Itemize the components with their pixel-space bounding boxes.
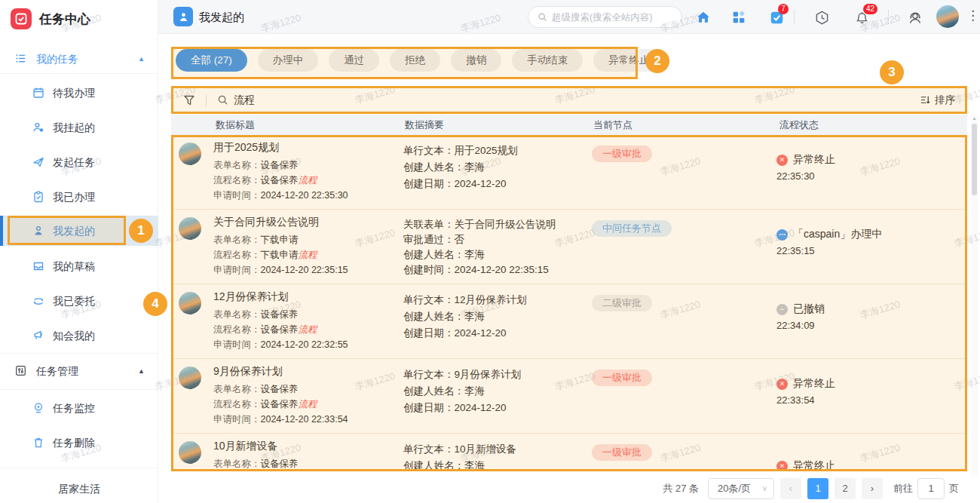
sidebar-item-notified[interactable]: 知会我的 [0,318,158,353]
trash-icon [32,437,44,449]
field-label: 表单名称： [213,459,261,469]
field-label: 单行文本： [403,443,455,455]
delegate-icon [32,295,44,307]
goto-label: 前往 [893,482,913,495]
field-value: 李海 [464,385,485,397]
next-page-button[interactable]: › [862,478,883,499]
page-title-icon [173,7,193,26]
tab-abnormal-end[interactable]: 异常终止 [593,49,664,72]
monitor-icon [32,402,44,414]
field-label: 表单名称： [213,384,261,394]
table-row[interactable]: 用于2025规划 表单名称：设备保养 流程名称：设备保养流程 申请时间：2024… [171,135,967,210]
collapse-arrow-icon[interactable]: ▲ [138,357,145,385]
sort-control[interactable]: 排序 [920,94,955,107]
table-row[interactable]: 9月份保养计划 表单名称：设备保养 流程名称：设备保养流程 申请时间：2024-… [171,359,967,434]
search-icon [217,94,228,106]
error-status-icon: ✕ [776,461,788,472]
sidebar-item-label: 任务删除 [53,425,95,460]
sidebar-item-initiated-by-me[interactable]: 我发起的 [0,216,158,246]
table-row[interactable]: 10月新增设备 表单名称：设备保养 单行文本：10月新增设备 创建人姓名：李海 … [171,434,967,471]
sidebar-section-task-management[interactable]: 任务管理 ▲ [0,357,158,385]
tab-processing[interactable]: 办理中 [258,49,319,72]
sidebar-item-delegated[interactable]: 我已委托 [0,284,158,318]
field-label: 表单名称： [213,160,261,170]
bell-badge: 42 [863,4,877,14]
field-label: 流程名称： [213,250,261,260]
scrollbar[interactable]: ▲ [971,115,978,475]
scroll-up-icon[interactable]: ▲ [971,115,978,122]
more-menu-icon[interactable]: ⋮ [966,8,979,23]
goto-page-input[interactable] [917,478,945,499]
tab-all[interactable]: 全部 (27) [176,49,247,72]
calendar-icon [32,87,44,99]
section-label: 任务管理 [36,357,78,385]
field-value: 2024-12-20 22:32:55 [261,339,348,350]
field-value: 10月新增设备 [455,443,517,455]
section-label: 我的任务 [36,45,78,72]
tab-passed[interactable]: 通过 [329,49,379,72]
status-time: 22:33:54 [776,394,815,406]
sidebar-item-task-delete[interactable]: 任务删除 [0,425,158,460]
sidebar-item-drafts[interactable]: 我的草稿 [0,249,158,284]
field-label: 申请时间： [213,414,261,425]
clipboard-check-icon [32,191,44,203]
support-headset-icon[interactable] [907,9,923,26]
table-row[interactable]: 关于合同升级公告说明 表单名称：下载申请 流程名称：下载申请流程 申请时间：20… [171,210,967,284]
page-button-1[interactable]: 1 [807,478,828,499]
sidebar-item-task-monitor[interactable]: 任务监控 [0,391,158,425]
highlight-match: 流程 [299,324,317,335]
col-header-title: 数据标题 [216,115,255,135]
field-label: 创建日期： [403,178,455,189]
node-badge: 一级审批 [592,370,652,386]
prev-page-button[interactable]: ‹ [780,478,801,499]
field-value: 2024-12-20 [455,402,507,413]
field-label: 表单名称： [213,309,261,320]
field-label: 申请时间： [213,339,261,350]
divider [0,73,158,74]
task-check-icon[interactable]: 7 [768,9,785,26]
collapse-arrow-icon[interactable]: ▲ [138,45,145,72]
field-label: 创建人姓名： [403,161,464,173]
history-clock-icon[interactable] [813,9,830,26]
apps-grid-icon[interactable] [730,9,747,26]
divider [888,10,889,24]
global-search[interactable] [528,6,682,28]
field-value: 下载申请 [261,250,299,260]
field-value: 2024-12-20 22:33:54 [261,414,348,425]
table-row[interactable]: 12月份保养计划 表单名称：设备保养 流程名称：设备保养流程 申请时间：2024… [171,284,967,359]
divider [206,94,207,106]
list-search-input[interactable] [234,94,460,106]
sidebar-item-handled[interactable]: 我已办理 [0,179,158,214]
col-header-summary: 数据摘要 [405,115,444,135]
sidebar-item-label: 我已委托 [53,284,95,318]
field-value: 2024-12-20 [455,327,507,339]
list-search[interactable] [217,94,920,106]
field-value: 12月份保养计划 [455,294,527,305]
field-label: 表单名称： [213,235,261,245]
field-label: 单行文本： [403,145,455,156]
status-text: 已撤销 [793,302,825,316]
app-name: 任务中心 [39,6,90,33]
scrollbar-thumb[interactable] [972,124,977,195]
field-label: 单行文本： [403,369,455,380]
page-size-select[interactable]: 20条/页 ∨ [708,478,774,499]
status-tabs: 全部 (27) 办理中 通过 拒绝 撤销 手动结束 异常终止 [176,49,664,72]
sidebar-item-initiate-task[interactable]: 发起任务 [0,145,158,179]
page-button-2[interactable]: 2 [835,478,856,499]
user-icon [32,225,44,237]
sidebar-item-label: 我发起的 [53,216,95,246]
field-value: 李海 [464,311,485,322]
tab-rejected[interactable]: 拒绝 [390,49,440,72]
sidebar-item-todo[interactable]: 待我办理 [0,75,158,110]
divider [794,10,795,24]
app-logo-icon [11,8,32,29]
filter-funnel-icon[interactable] [183,94,195,106]
sidebar-section-my-tasks[interactable]: 我的任务 ▲ [0,45,158,72]
sidebar-item-suspended[interactable]: 我挂起的 [0,110,158,145]
home-icon[interactable] [695,9,712,26]
tab-revoked[interactable]: 撤销 [451,49,501,72]
tab-manual-end[interactable]: 手动结束 [512,49,583,72]
user-avatar[interactable] [936,5,959,28]
bell-icon[interactable]: 42 [853,9,870,26]
global-search-input[interactable] [552,12,672,23]
